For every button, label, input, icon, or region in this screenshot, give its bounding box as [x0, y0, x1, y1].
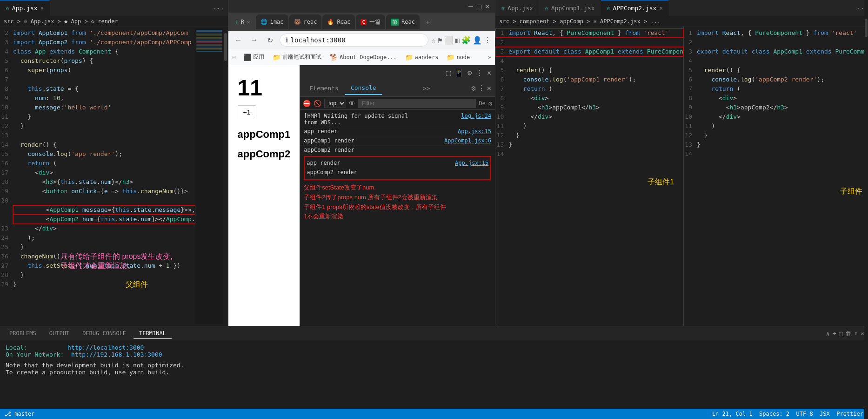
- middle-code-content: 1import React, { PureComponent } from 'r…: [495, 28, 683, 324]
- browser-tab-r-close[interactable]: ×: [247, 19, 250, 25]
- devtools-tabs: Elements Console >> ⚙ ⋮ ×: [300, 80, 495, 97]
- browser-minimize-btn[interactable]: ─: [468, 2, 473, 11]
- mid-annotation-area: 子组件1: [495, 177, 674, 187]
- console-filter-icon[interactable]: 🚫: [314, 100, 321, 107]
- appcomp2-right-close[interactable]: ×: [659, 5, 662, 12]
- left-tab-more[interactable]: ···: [209, 5, 227, 12]
- dt-more-icon[interactable]: ⋮: [478, 84, 485, 93]
- code-line-5: 5 constructor(props) {: [0, 56, 195, 66]
- comp1-label: appComp1: [238, 128, 291, 141]
- terminal-line-network: On Your Network: http://192.168.1.103:30…: [6, 351, 862, 358]
- extension-icon[interactable]: 🧩: [461, 36, 471, 45]
- bookmark-wanders[interactable]: 📁 wanders: [402, 53, 441, 62]
- console-msg-comp1render: appComp1 render: [304, 137, 441, 144]
- bookmarks-more[interactable]: »: [488, 54, 491, 61]
- browser-tab-jian[interactable]: 简 Reac: [386, 14, 420, 29]
- tab-app-jsx[interactable]: ⚛ App.jsx ×: [0, 0, 50, 16]
- browser-back-btn[interactable]: ←: [232, 34, 245, 47]
- browser-tab-reac-label: reac: [304, 19, 317, 25]
- right-breadcrumb-text: src > component > appComp > ⚛ APPComp2.j…: [499, 18, 661, 25]
- increment-button[interactable]: +1: [238, 105, 256, 119]
- bottom-tab-debug[interactable]: DEBUG CONSOLE: [77, 328, 132, 339]
- settings-icon2[interactable]: ⚙: [488, 100, 492, 107]
- browser-close-btn[interactable]: ×: [485, 2, 490, 11]
- apps-icon[interactable]: ⊞: [232, 54, 236, 61]
- browser-tab-react2[interactable]: 🔥 Reac: [322, 14, 355, 29]
- tab-appcomp2-right[interactable]: ⚛ APPComp2.jsx ×: [601, 0, 669, 16]
- console-link-apprender[interactable]: App.jsx:15: [458, 128, 491, 135]
- console-annotation: 父组件setState改变了num. 子组件2传了props num 所有子组件…: [300, 181, 495, 223]
- left-code-content: 2import AppComp1 from './component/appCo…: [0, 28, 195, 324]
- tab-console[interactable]: Console: [345, 81, 382, 95]
- menu-icon[interactable]: ⋮: [484, 36, 491, 45]
- star-icon[interactable]: ☆: [431, 36, 436, 45]
- left-annotation-1: 只有传给子组件的 props发生改变,: [60, 252, 195, 261]
- console-link-hmr[interactable]: log.js:24: [461, 113, 491, 119]
- terminal-trash-icon[interactable]: 🗑: [845, 330, 851, 337]
- bookmark-qianduan[interactable]: 📁 前端笔试和面试: [270, 52, 324, 62]
- browser-tab-reac[interactable]: 🐻 reac: [289, 14, 322, 29]
- devtools-settings-icon[interactable]: ⚙: [467, 68, 472, 77]
- left-tab-close[interactable]: ×: [40, 5, 44, 12]
- browser-maximize-btn[interactable]: □: [477, 2, 481, 11]
- profile-icon[interactable]: 👤: [473, 36, 482, 45]
- filter-input[interactable]: [358, 99, 476, 108]
- terminal-line-note1: Note that the development build is not o…: [6, 362, 862, 369]
- left-annotation-3-area: 父组件: [126, 280, 195, 289]
- tab-appcomp1-right[interactable]: ⚛ AppComp1.jsx: [539, 0, 601, 16]
- devtools-device-icon[interactable]: 📱: [454, 68, 464, 77]
- terminal-maximize-icon[interactable]: ∧: [826, 330, 830, 337]
- devtools-close-icon[interactable]: ×: [487, 68, 492, 77]
- dt-close-icon[interactable]: ×: [487, 84, 492, 93]
- terminal-content[interactable]: Local: http://localhost:3000 On Your Net…: [0, 340, 868, 409]
- left-breadcrumb: src > ⚛ App.jsx > ◆ App > ◇ render: [0, 16, 228, 27]
- dt-tabs-more[interactable]: >>: [423, 85, 430, 92]
- right-annotation-area: 子组件: [684, 187, 862, 196]
- bookmark-node[interactable]: 📁 node: [444, 53, 473, 62]
- console-clear-icon[interactable]: ⛔: [303, 100, 311, 107]
- browser-forward-btn[interactable]: →: [248, 34, 261, 47]
- bookmark-yingyong-icon: ⬛: [243, 54, 251, 61]
- browser-tab-r[interactable]: ⚛ R ×: [230, 14, 255, 29]
- tab-app-jsx-right[interactable]: ⚛ App.jsx: [495, 0, 539, 16]
- bottom-tab-terminal[interactable]: TERMINAL: [134, 328, 172, 339]
- flag-icon[interactable]: ⚑: [438, 36, 442, 45]
- bookmark-yingyong[interactable]: ⬛ 应用: [240, 52, 267, 62]
- eye-icon[interactable]: 👁: [349, 100, 355, 107]
- browser-new-tab-btn[interactable]: +: [422, 16, 434, 27]
- console-line-comp2render1: appComp2 render: [300, 146, 495, 155]
- address-bar[interactable]: ℹ localhost:3000: [280, 34, 429, 47]
- devtools-menu-icon[interactable]: ⋮: [476, 68, 483, 77]
- left-scrollbar-thumb: [224, 33, 227, 61]
- screenshot-icon[interactable]: ◧: [455, 36, 460, 45]
- terminal-plus-icon[interactable]: +: [833, 330, 836, 337]
- bottom-tab-output[interactable]: OUTPUT: [44, 328, 75, 339]
- block-icon[interactable]: ⬜: [444, 36, 454, 45]
- mid-line-3: 3export default class AppComp1 extends P…: [495, 47, 683, 56]
- browser-tab-yipian-icon: C: [361, 19, 367, 25]
- right-code-content: 1import React, { PureComponent } from 'r…: [684, 28, 868, 324]
- browser-tab-imac[interactable]: 🌐 imac: [256, 14, 288, 29]
- code-line-28: 28 }: [0, 270, 195, 280]
- browser-bookmarks: ⊞ ⬛ 应用 📁 前端笔试和面试 🐕 About DogeDoge... 📁 w…: [228, 49, 495, 65]
- terminal-maximize2-icon[interactable]: ⬆: [854, 330, 858, 337]
- address-url: localhost:3000: [291, 36, 423, 44]
- terminal-close-icon[interactable]: ×: [861, 330, 864, 337]
- terminal-split-icon[interactable]: ⬚: [839, 330, 843, 337]
- console-link-apprender2[interactable]: App.jsx:15: [455, 160, 488, 166]
- mid-line-12: 12 }: [495, 131, 683, 140]
- dt-settings-icon[interactable]: ⚙: [471, 84, 476, 93]
- browser-refresh-btn[interactable]: ↻: [264, 34, 277, 47]
- context-select[interactable]: top: [324, 99, 346, 108]
- bookmark-doge[interactable]: 🐕 About DogeDoge...: [327, 53, 400, 62]
- console-output[interactable]: [HMR] Waiting for update signalfrom WDS.…: [300, 110, 495, 326]
- left-scrollbar[interactable]: [223, 28, 228, 324]
- mid-line-9: 9 <h3>appComp1</h3>: [495, 103, 683, 112]
- tab-elements[interactable]: Elements: [304, 82, 344, 95]
- right-line-12: 12 }: [684, 131, 868, 140]
- bottom-tab-problems[interactable]: PROBLEMS: [4, 328, 42, 339]
- browser-tab-yipian[interactable]: C 一篇: [356, 14, 385, 29]
- devtools-inspect-icon[interactable]: ⬚: [446, 68, 451, 77]
- mm-line: [196, 41, 222, 42]
- console-link-comp1render[interactable]: AppComp1.jsx:6: [444, 137, 491, 144]
